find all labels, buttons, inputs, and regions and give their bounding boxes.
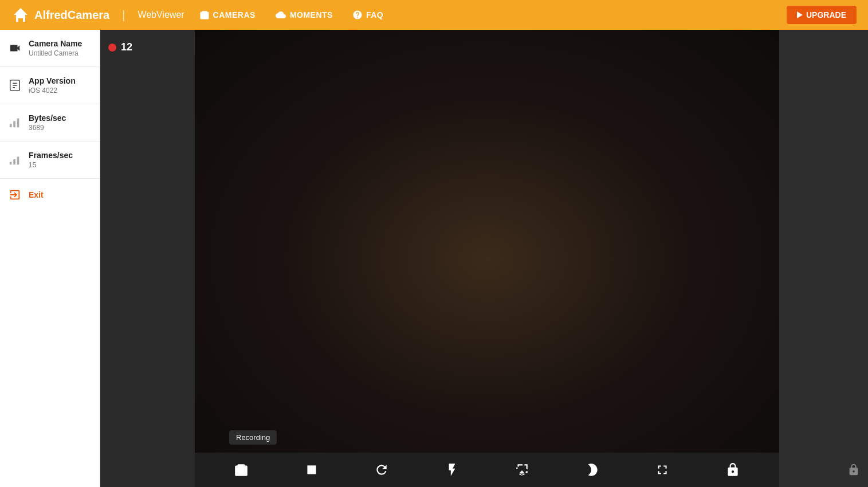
snapshot-button[interactable]: [229, 457, 254, 482]
fullscreen-icon: [655, 462, 670, 477]
recording-dot: [108, 44, 116, 52]
main-area: Camera Name Untitled Camera App Version …: [0, 30, 868, 487]
recording-tooltip: Recording: [229, 430, 277, 445]
nav-divider: |: [122, 9, 125, 22]
app-version-value: iOS 4022: [29, 87, 76, 95]
lock-icon: [725, 462, 740, 477]
night-icon: [585, 462, 600, 477]
camera-panel: 12: [100, 30, 195, 487]
upgrade-button[interactable]: UPGRADE: [787, 6, 857, 24]
refresh-icon: [374, 462, 389, 477]
snapshot-icon: [234, 462, 249, 477]
flash-icon: [445, 462, 459, 477]
svg-rect-6: [17, 119, 19, 128]
app-version-icon: [8, 78, 22, 92]
fullscreen-button[interactable]: [650, 457, 675, 482]
bytes-sec-label: Bytes/sec: [29, 113, 66, 123]
sidebar-item-frames-sec: Frames/sec 15: [0, 142, 100, 179]
svg-rect-7: [10, 162, 12, 165]
bytes-sec-value: 3689: [29, 124, 66, 132]
logo-text: AlfredCamera: [34, 9, 109, 22]
video-feed: Recording: [195, 30, 779, 453]
bytes-icon: [8, 116, 22, 129]
nav-moments[interactable]: MOMENTS: [270, 7, 337, 22]
nav-cameras[interactable]: CAMERAS: [195, 7, 260, 22]
flip-button[interactable]: [509, 457, 535, 482]
sidebar: Camera Name Untitled Camera App Version …: [0, 30, 100, 487]
frames-sec-value: 15: [29, 161, 73, 169]
flash-button[interactable]: [439, 457, 465, 482]
sidebar-item-app-version: App Version iOS 4022: [0, 67, 100, 104]
right-lock-icon: [847, 464, 860, 479]
svg-rect-8: [13, 159, 15, 164]
faq-icon: [352, 10, 363, 20]
right-panel: [779, 30, 868, 487]
svg-rect-10: [307, 465, 316, 474]
sidebar-item-exit[interactable]: Exit: [0, 179, 100, 211]
stop-button[interactable]: [299, 457, 324, 482]
stop-icon: [304, 462, 319, 477]
night-button[interactable]: [580, 457, 605, 482]
webviewer-label: WebViewer: [138, 10, 184, 20]
top-navigation: AlfredCamera | WebViewer CAMERAS MOMENTS…: [0, 0, 868, 30]
nav-faq[interactable]: FAQ: [348, 7, 388, 22]
camera-icon: [199, 10, 210, 20]
svg-rect-5: [13, 121, 15, 127]
video-camera-icon: [8, 41, 22, 55]
frames-sec-label: Frames/sec: [29, 151, 73, 160]
refresh-button[interactable]: [369, 457, 394, 482]
recording-count: 12: [121, 41, 132, 53]
sidebar-item-bytes-sec: Bytes/sec 3689: [0, 104, 100, 142]
svg-rect-9: [17, 157, 19, 165]
camera-name-label: Camera Name: [29, 39, 82, 48]
cloud-icon: [275, 10, 286, 20]
frames-icon: [8, 153, 22, 167]
flip-icon: [514, 462, 529, 477]
app-version-label: App Version: [29, 76, 76, 85]
recording-badge: 12: [108, 41, 132, 53]
svg-rect-4: [10, 124, 12, 127]
home-icon: [11, 6, 30, 24]
exit-label[interactable]: Exit: [29, 190, 44, 199]
lock-button[interactable]: [720, 457, 745, 482]
logo-area[interactable]: AlfredCamera: [11, 6, 109, 24]
play-icon: [797, 11, 803, 18]
exit-icon: [8, 188, 22, 202]
sidebar-item-camera-name: Camera Name Untitled Camera: [0, 30, 100, 67]
camera-name-value: Untitled Camera: [29, 49, 82, 57]
bottom-controls-bar: [195, 453, 779, 487]
video-area: Recording: [195, 30, 779, 487]
